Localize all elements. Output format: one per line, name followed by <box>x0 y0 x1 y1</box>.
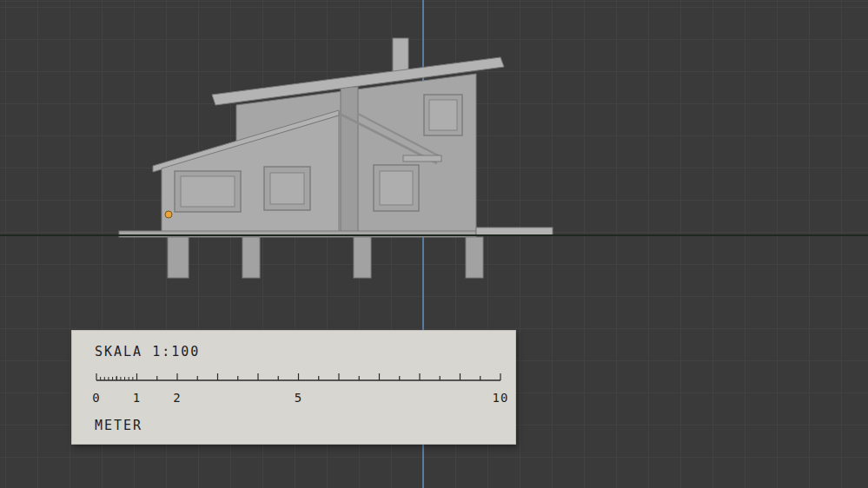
pier[interactable] <box>466 237 483 278</box>
ruler-tick-label: 5 <box>295 391 302 405</box>
ruler-tick-label: 1 <box>133 391 141 405</box>
3d-viewport[interactable]: SKALA 1:100 012510 METER <box>0 0 868 488</box>
pier[interactable] <box>168 237 189 278</box>
window-middle-inner[interactable] <box>270 173 304 204</box>
scale-title: SKALA 1:100 <box>95 344 200 359</box>
pier[interactable] <box>354 237 371 278</box>
chimney[interactable] <box>393 38 408 73</box>
scale-ruler <box>72 364 515 386</box>
ruler-labels: 012510 <box>72 391 515 406</box>
ruler-tick-label: 2 <box>173 391 181 405</box>
rafter-ledge[interactable] <box>403 155 441 162</box>
ground-axis-line <box>0 234 868 236</box>
window-left-inner[interactable] <box>181 176 235 207</box>
scale-unit: METER <box>95 418 142 433</box>
pier[interactable] <box>242 237 260 278</box>
scale-card: SKALA 1:100 012510 METER <box>71 330 516 445</box>
ruler-tick-label: 0 <box>92 391 100 405</box>
window-right-inner[interactable] <box>380 171 413 205</box>
ruler-tick-label: 10 <box>493 391 509 405</box>
window-upper-inner[interactable] <box>429 100 457 130</box>
origin-dot[interactable] <box>165 211 172 218</box>
wall-column[interactable] <box>341 87 358 234</box>
